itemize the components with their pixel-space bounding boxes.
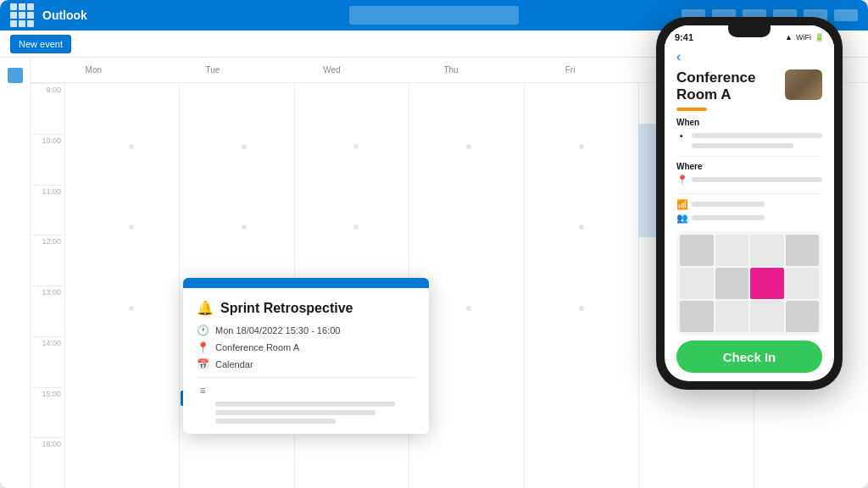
dot bbox=[242, 225, 247, 230]
floorplan-cell-5 bbox=[680, 268, 714, 299]
phone-section-divider-1 bbox=[676, 156, 822, 157]
popup-body: 🔔 Sprint Retrospective 🕐 Mon 18/04/2022 … bbox=[183, 288, 429, 434]
phone-mockup: 9:41 ▲ WiFi 🔋 ‹ Conference Room A bbox=[656, 17, 843, 390]
floorplan-cell-4 bbox=[786, 235, 820, 266]
popup-event-icon: 🔔 bbox=[197, 300, 214, 316]
floorplan-cell-9 bbox=[680, 301, 714, 332]
phone-where-icon: 📍 bbox=[676, 175, 687, 186]
dot bbox=[466, 144, 471, 149]
phone-signal-icon: ▲ bbox=[785, 33, 793, 42]
time-12: 12:00 bbox=[31, 235, 64, 286]
dot bbox=[579, 144, 584, 149]
time-11: 11:00 bbox=[31, 185, 64, 236]
time-16: 16:00 bbox=[31, 437, 64, 488]
phone-stat-icon-1: 📶 bbox=[676, 199, 687, 210]
check-in-button[interactable]: Check In bbox=[676, 341, 822, 373]
floorplan-cell-1 bbox=[680, 235, 714, 266]
cal-day-wed: Wed bbox=[272, 58, 392, 82]
time-15: 15:00 bbox=[31, 387, 64, 438]
cal-day-thu: Thu bbox=[392, 58, 511, 82]
phone-stat-row-2: 👥 bbox=[676, 213, 822, 224]
floorplan-cell-12 bbox=[786, 301, 820, 332]
phone-when-line bbox=[692, 133, 822, 138]
phone-when-row: ▪ bbox=[676, 130, 822, 141]
popup-desc-lines bbox=[197, 402, 415, 424]
floorplan-cell-active bbox=[750, 268, 784, 299]
floorplan-cell-10 bbox=[715, 301, 749, 332]
popup-calendar-text: Calendar bbox=[215, 359, 253, 369]
cal-day-tue: Tue bbox=[153, 58, 273, 82]
phone-floorplan bbox=[676, 231, 822, 336]
popup-location-row: 📍 Conference Room A bbox=[197, 341, 415, 353]
floorplan-cell-2 bbox=[715, 235, 749, 266]
phone-stat-icon-2: 👥 bbox=[676, 213, 687, 224]
popup-calendar-icon: 📅 bbox=[197, 358, 209, 370]
popup-location-icon: 📍 bbox=[197, 341, 209, 353]
new-event-button[interactable]: New event bbox=[10, 35, 71, 53]
phone-status-icons: ▲ WiFi 🔋 bbox=[785, 33, 824, 42]
time-9: 9:00 bbox=[31, 83, 64, 134]
floorplan-cell-11 bbox=[750, 301, 784, 332]
phone-when-line2 bbox=[692, 143, 793, 148]
day-col-1 bbox=[64, 83, 179, 488]
dot bbox=[579, 306, 584, 311]
popup-location-text: Conference Room A bbox=[215, 342, 299, 352]
phone-notch bbox=[728, 25, 771, 37]
phone-stat-row-1: 📶 bbox=[676, 199, 822, 210]
phone-where-line bbox=[692, 177, 822, 182]
phone-time: 9:41 bbox=[675, 32, 693, 42]
time-14: 14:00 bbox=[31, 336, 64, 387]
sidebar-calendar-icon[interactable] bbox=[8, 68, 23, 83]
phone-when-row2 bbox=[676, 143, 822, 148]
popup-divider bbox=[197, 377, 415, 378]
time-13: 13:00 bbox=[31, 286, 64, 336]
time-10: 10:00 bbox=[31, 134, 64, 185]
floorplan-cell-8 bbox=[786, 268, 820, 299]
phone-battery-icon: 🔋 bbox=[815, 33, 824, 42]
phone-when-icon: ▪ bbox=[676, 130, 687, 141]
app-grid-icon[interactable] bbox=[10, 3, 34, 27]
phone-back-button[interactable]: ‹ bbox=[676, 49, 822, 64]
dot bbox=[353, 144, 359, 149]
dot bbox=[242, 144, 247, 149]
event-popup-card: 🔔 Sprint Retrospective 🕐 Mon 18/04/2022 … bbox=[183, 278, 429, 434]
popup-time-icon: 🕐 bbox=[197, 324, 209, 336]
cal-day-fri: Fri bbox=[510, 58, 630, 82]
floorplan-cell-6 bbox=[715, 268, 749, 299]
phone-where-label: Where bbox=[676, 162, 822, 171]
popup-event-title: Sprint Retrospective bbox=[220, 301, 353, 316]
phone-screen: 9:41 ▲ WiFi 🔋 ‹ Conference Room A bbox=[665, 25, 834, 381]
popup-datetime-row: 🕐 Mon 18/04/2022 15:30 - 16:00 bbox=[197, 324, 415, 336]
dot bbox=[466, 306, 471, 311]
popup-calendar-row: 📅 Calendar bbox=[197, 358, 415, 370]
popup-datetime-text: Mon 18/04/2022 15:30 - 16:00 bbox=[215, 325, 340, 336]
outlook-app: Outlook New event Mon Tue Wed Thu bbox=[0, 0, 868, 488]
dot bbox=[129, 306, 134, 311]
phone-room-thumbnail bbox=[785, 69, 822, 100]
phone-room-tag bbox=[676, 108, 707, 111]
popup-desc-line-1 bbox=[215, 402, 395, 407]
sidebar bbox=[0, 58, 31, 488]
time-column: 9:00 10:00 11:00 12:00 13:00 14:00 15:00… bbox=[31, 83, 64, 488]
popup-title-row: 🔔 Sprint Retrospective bbox=[197, 300, 415, 316]
dot bbox=[129, 144, 134, 149]
popup-desc-line-3 bbox=[215, 419, 336, 424]
phone-room-info: Conference Room A bbox=[676, 69, 778, 111]
phone-content: ‹ Conference Room A When ▪ bbox=[665, 49, 834, 381]
topbar-icon-6[interactable] bbox=[834, 9, 858, 21]
phone-when-label: When bbox=[676, 118, 822, 127]
cal-day-mon: Mon bbox=[34, 58, 153, 82]
floorplan-grid bbox=[676, 231, 822, 336]
phone-room-name: Conference Room A bbox=[676, 69, 778, 104]
floorplan-cell-3 bbox=[750, 235, 784, 266]
popup-desc-icon: ≡ bbox=[197, 385, 209, 396]
popup-desc-line-2 bbox=[215, 410, 376, 415]
phone-room-header: Conference Room A bbox=[676, 69, 822, 111]
search-bar[interactable] bbox=[349, 6, 519, 25]
popup-header-bar bbox=[183, 278, 429, 288]
phone-wifi-icon: WiFi bbox=[796, 33, 811, 42]
phone-section-divider-2 bbox=[676, 193, 822, 194]
phone-stat-line-1 bbox=[692, 202, 765, 207]
popup-desc-header-row: ≡ bbox=[197, 385, 415, 396]
phone-stat-line-2 bbox=[692, 215, 765, 220]
